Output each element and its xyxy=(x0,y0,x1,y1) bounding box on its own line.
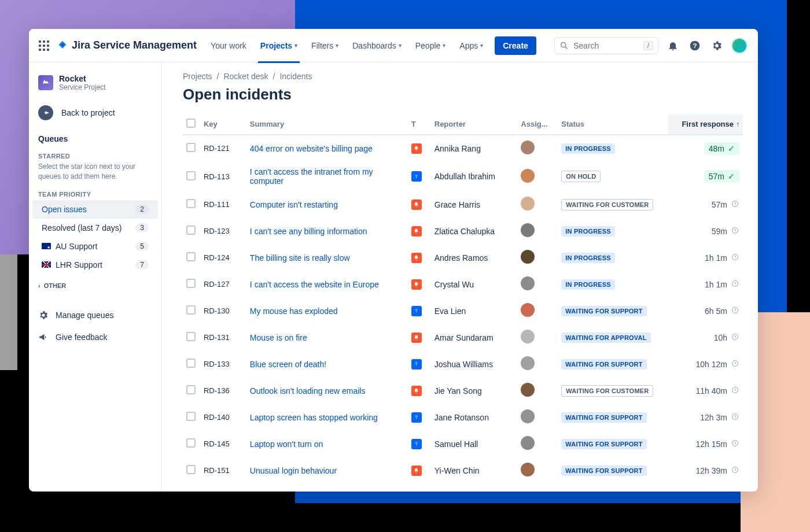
give-feedback[interactable]: Give feedback xyxy=(29,326,161,348)
sidebar-queue-item[interactable]: Open issues2 xyxy=(32,200,158,219)
row-checkbox[interactable] xyxy=(186,332,196,341)
profile-avatar[interactable] xyxy=(731,38,748,54)
table-row[interactable]: RD-140Laptop screen has stopped workingJ… xyxy=(183,404,743,431)
search-input-wrap[interactable]: / xyxy=(554,37,658,54)
issue-summary-link[interactable]: I can't see any billing information xyxy=(250,227,367,236)
issue-key[interactable]: RD-145 xyxy=(200,431,246,457)
nav-your-work[interactable]: Your work xyxy=(205,36,252,55)
issue-key[interactable]: RD-131 xyxy=(200,324,246,351)
issue-summary-link[interactable]: Outlook isn't loading new emails xyxy=(250,386,366,396)
table-row[interactable]: RD-123I can't see any billing informatio… xyxy=(183,218,743,245)
col-type[interactable]: T xyxy=(408,114,431,135)
issue-summary-link[interactable]: I can't access the intranet from my comp… xyxy=(250,167,373,186)
assignee-avatar[interactable] xyxy=(521,409,535,423)
settings-icon[interactable] xyxy=(709,38,724,53)
col-first-response[interactable]: First response↑ xyxy=(668,114,743,135)
row-checkbox[interactable] xyxy=(186,171,196,180)
issue-summary-link[interactable]: 404 error on website's billing page xyxy=(250,144,373,153)
assignee-avatar[interactable] xyxy=(521,250,535,264)
table-row[interactable]: RD-145Laptop won't turn onSamuel HallWAI… xyxy=(183,431,743,457)
assignee-avatar[interactable] xyxy=(521,436,535,450)
crumb-incidents[interactable]: Incidents xyxy=(279,72,312,81)
issue-summary-link[interactable]: Laptop screen has stopped working xyxy=(250,413,378,422)
col-summary[interactable]: Summary xyxy=(246,114,408,135)
nav-dashboards[interactable]: Dashboards▾ xyxy=(347,36,407,55)
search-input[interactable] xyxy=(573,41,639,50)
nav-people[interactable]: People▾ xyxy=(410,36,452,55)
other-section[interactable]: › OTHER xyxy=(29,274,161,297)
table-row[interactable]: RD-131Mouse is on fireAmar SundaramWAITI… xyxy=(183,324,743,351)
row-checkbox[interactable] xyxy=(186,252,196,261)
status-badge[interactable]: ON HOLD xyxy=(561,171,601,182)
status-badge[interactable]: IN PROGRESS xyxy=(561,253,615,263)
row-checkbox[interactable] xyxy=(186,279,196,288)
app-switcher-icon[interactable] xyxy=(37,39,51,53)
assignee-avatar[interactable] xyxy=(521,169,535,183)
status-badge[interactable]: WAITING FOR APPROVAL xyxy=(561,332,650,343)
sidebar-queue-item[interactable]: Resolved (last 7 days)3 xyxy=(32,219,158,237)
issue-key[interactable]: RD-151 xyxy=(200,457,246,484)
manage-queues[interactable]: Manage queues xyxy=(29,304,161,326)
crumb-projects[interactable]: Projects xyxy=(183,72,212,81)
issue-summary-link[interactable]: Blue screen of death! xyxy=(250,360,326,369)
back-to-project[interactable]: Back to project xyxy=(29,98,161,127)
issue-key[interactable]: RD-111 xyxy=(200,191,246,218)
row-checkbox[interactable] xyxy=(186,305,196,315)
table-row[interactable]: RD-133Blue screen of death!Joshua Willia… xyxy=(183,351,743,378)
status-badge[interactable]: IN PROGRESS xyxy=(561,143,615,154)
select-all-checkbox[interactable] xyxy=(186,119,196,128)
table-row[interactable]: RD-136Outlook isn't loading new emailsJi… xyxy=(183,378,743,404)
assignee-avatar[interactable] xyxy=(521,463,535,476)
issue-key[interactable]: RD-140 xyxy=(200,404,246,431)
issue-summary-link[interactable]: Unusual login behaviour xyxy=(250,466,337,475)
project-header[interactable]: Rocket Service Project xyxy=(29,71,161,98)
table-row[interactable]: RD-111Computer isn't restartingGrace Har… xyxy=(183,191,743,218)
table-row[interactable]: RD-124The billing site is really slowAnd… xyxy=(183,245,743,271)
nav-filters[interactable]: Filters▾ xyxy=(305,36,344,55)
status-badge[interactable]: WAITING FOR CUSTOMER xyxy=(561,385,653,397)
assignee-avatar[interactable] xyxy=(521,197,535,210)
table-row[interactable]: RD-127I can't access the website in Euro… xyxy=(183,271,743,298)
sidebar-queue-item[interactable]: LHR Support7 xyxy=(32,256,158,274)
status-badge[interactable]: WAITING FOR SUPPORT xyxy=(561,359,646,370)
row-checkbox[interactable] xyxy=(186,359,196,368)
assignee-avatar[interactable] xyxy=(521,356,535,370)
row-checkbox[interactable] xyxy=(186,465,196,474)
brand[interactable]: Jira Service Management xyxy=(57,39,197,51)
row-checkbox[interactable] xyxy=(186,385,196,394)
col-reporter[interactable]: Reporter xyxy=(431,114,518,135)
issue-key[interactable]: RD-121 xyxy=(200,135,246,162)
issue-key[interactable]: RD-124 xyxy=(200,245,246,271)
table-row[interactable]: RD-151Unusual login behaviourYi-Wen Chin… xyxy=(183,457,743,484)
assignee-avatar[interactable] xyxy=(521,330,535,343)
issue-key[interactable]: RD-123 xyxy=(200,218,246,245)
status-badge[interactable]: WAITING FOR SUPPORT xyxy=(561,466,646,476)
table-row[interactable]: RD-130My mouse has explodedEva LienWAITI… xyxy=(183,298,743,324)
issue-summary-link[interactable]: Computer isn't restarting xyxy=(250,200,338,209)
issue-summary-link[interactable]: Laptop won't turn on xyxy=(250,439,323,449)
crumb-rocket-desk[interactable]: Rocket desk xyxy=(223,72,268,81)
row-checkbox[interactable] xyxy=(186,143,196,152)
issue-summary-link[interactable]: My mouse has exploded xyxy=(250,306,338,316)
row-checkbox[interactable] xyxy=(186,199,196,208)
issue-key[interactable]: RD-136 xyxy=(200,378,246,404)
assignee-avatar[interactable] xyxy=(521,383,535,397)
issue-key[interactable]: RD-113 xyxy=(200,162,246,191)
notifications-icon[interactable] xyxy=(665,38,680,53)
status-badge[interactable]: WAITING FOR SUPPORT xyxy=(561,439,646,449)
assignee-avatar[interactable] xyxy=(521,223,535,237)
status-badge[interactable]: WAITING FOR CUSTOMER xyxy=(561,199,653,210)
row-checkbox[interactable] xyxy=(186,226,196,235)
issue-key[interactable]: RD-133 xyxy=(200,351,246,378)
assignee-avatar[interactable] xyxy=(521,276,535,290)
nav-apps[interactable]: Apps▾ xyxy=(454,36,489,55)
col-key[interactable]: Key xyxy=(200,114,246,135)
create-button[interactable]: Create xyxy=(495,36,536,55)
row-checkbox[interactable] xyxy=(186,438,196,448)
issue-summary-link[interactable]: Mouse is on fire xyxy=(250,333,307,342)
row-checkbox[interactable] xyxy=(186,412,196,421)
nav-projects[interactable]: Projects▾ xyxy=(255,36,303,55)
status-badge[interactable]: IN PROGRESS xyxy=(561,279,615,290)
issue-key[interactable]: RD-127 xyxy=(200,271,246,298)
col-status[interactable]: Status xyxy=(558,114,668,135)
